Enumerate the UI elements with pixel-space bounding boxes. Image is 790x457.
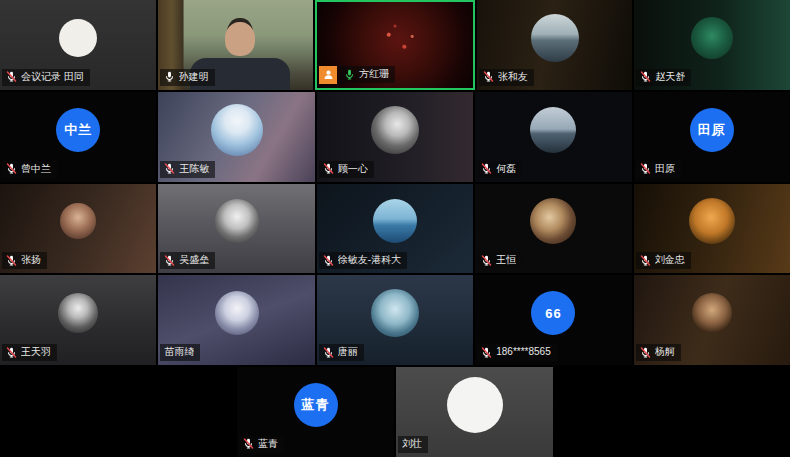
participant-name: 会议记录 田同 — [21, 71, 84, 83]
participant-tile[interactable]: 孙建明 — [158, 0, 314, 90]
name-chip: 刘壮 — [398, 436, 428, 453]
mic-muted-icon — [6, 347, 17, 358]
mic-muted-icon — [640, 255, 651, 266]
participant-name: 孙建明 — [179, 71, 209, 83]
avatar — [59, 19, 97, 57]
mic-muted-icon — [481, 347, 492, 358]
participant-name: 何磊 — [496, 163, 516, 175]
name-chip: 唐丽 — [319, 344, 364, 361]
participant-name: 张扬 — [21, 254, 41, 266]
name-chip: 王陈敏 — [160, 161, 215, 178]
name-bar: 吴盛垒 — [160, 252, 215, 269]
participant-name: 唐丽 — [338, 346, 358, 358]
name-chip: 会议记录 田同 — [2, 69, 90, 86]
name-chip: 王恒 — [477, 252, 522, 269]
participant-tile[interactable]: 徐敏友-港科大 — [317, 184, 473, 274]
avatar — [58, 293, 98, 333]
avatar: 田原 — [690, 108, 734, 152]
name-bar: 顾一心 — [319, 161, 374, 178]
name-chip: 王天羽 — [2, 344, 57, 361]
name-bar: 方红珊 — [319, 66, 395, 84]
participant-tile[interactable]: 赵天舒 — [634, 0, 790, 90]
participant-tile[interactable]: 刘壮 — [396, 367, 553, 457]
avatar — [215, 291, 259, 335]
name-bar: 苗雨绮 — [160, 344, 200, 361]
mic-muted-icon — [164, 163, 175, 174]
avatar — [531, 14, 579, 62]
grid-row: 会议记录 田同 孙建明 — [0, 0, 790, 90]
avatar: 中兰 — [56, 108, 100, 152]
name-bar: 刘壮 — [398, 436, 428, 453]
participant-tile[interactable]: 王天羽 — [0, 275, 156, 365]
name-bar: 王陈敏 — [160, 161, 215, 178]
participant-tile[interactable]: 顾一心 — [317, 92, 473, 182]
participant-name: 徐敏友-港科大 — [338, 254, 401, 266]
mic-muted-icon — [323, 347, 334, 358]
name-bar: 蓝青 — [239, 436, 284, 453]
avatar — [691, 17, 733, 59]
name-bar: 赵天舒 — [636, 69, 691, 86]
participant-tile[interactable]: 杨舸 — [634, 275, 790, 365]
name-bar: 刘金忠 — [636, 252, 691, 269]
participant-tile[interactable]: 苗雨绮 — [158, 275, 314, 365]
mic-muted-icon — [483, 71, 494, 82]
mic-muted-icon — [481, 255, 492, 266]
mic-muted-icon — [481, 163, 492, 174]
name-bar: 王恒 — [477, 252, 522, 269]
name-chip: 苗雨绮 — [160, 344, 200, 361]
presenter-icon — [319, 66, 337, 84]
participant-tile[interactable]: 蓝青 蓝青 — [237, 367, 394, 457]
participant-name: 刘金忠 — [655, 254, 685, 266]
avatar — [692, 293, 732, 333]
mic-muted-icon — [243, 438, 254, 449]
participant-name: 蓝青 — [258, 438, 278, 450]
participant-tile[interactable]: 会议记录 田同 — [0, 0, 156, 90]
mic-muted-icon — [6, 71, 17, 82]
name-chip: 张扬 — [2, 252, 47, 269]
participant-tile[interactable]: 66 186****8565 — [475, 275, 631, 365]
name-chip: 何磊 — [477, 161, 522, 178]
mic-muted-icon — [6, 163, 17, 174]
participant-grid: 会议记录 田同 孙建明 — [0, 0, 790, 457]
participant-tile[interactable]: 中兰 曾中兰 — [0, 92, 156, 182]
participant-tile[interactable]: 王陈敏 — [158, 92, 314, 182]
name-chip: 方红珊 — [340, 66, 395, 83]
participant-tile[interactable]: 方红珊 — [315, 0, 475, 90]
participant-tile[interactable]: 何磊 — [475, 92, 631, 182]
avatar — [211, 104, 263, 156]
participant-name: 田原 — [655, 163, 675, 175]
participant-tile[interactable]: 唐丽 — [317, 275, 473, 365]
grid-row: 王天羽 苗雨绮 唐丽 — [0, 275, 790, 365]
participant-tile[interactable]: 张扬 — [0, 184, 156, 274]
name-bar: 曾中兰 — [2, 161, 57, 178]
mic-muted-icon — [323, 255, 334, 266]
participant-tile[interactable]: 刘金忠 — [634, 184, 790, 274]
avatar — [60, 203, 96, 239]
name-chip: 徐敏友-港科大 — [319, 252, 407, 269]
mic-muted-icon — [164, 255, 175, 266]
name-chip: 刘金忠 — [636, 252, 691, 269]
participant-name: 王天羽 — [21, 346, 51, 358]
name-bar: 何磊 — [477, 161, 522, 178]
participant-name: 王陈敏 — [179, 163, 209, 175]
name-bar: 张和友 — [479, 69, 534, 86]
avatar — [371, 289, 419, 337]
participant-tile[interactable]: 吴盛垒 — [158, 184, 314, 274]
participant-name: 方红珊 — [359, 68, 389, 80]
grid-row: 中兰 曾中兰 — [0, 92, 790, 182]
participant-tile[interactable]: 王恒 — [475, 184, 631, 274]
name-chip: 186****8565 — [477, 344, 557, 361]
mic-muted-icon — [323, 163, 334, 174]
name-chip: 田原 — [636, 161, 681, 178]
name-chip: 杨舸 — [636, 344, 681, 361]
participant-tile[interactable]: 张和友 — [477, 0, 633, 90]
avatar — [530, 107, 576, 153]
avatar — [530, 198, 576, 244]
participant-tile[interactable]: 田原 田原 — [634, 92, 790, 182]
avatar: 蓝青 — [294, 383, 338, 427]
name-bar: 杨舸 — [636, 344, 681, 361]
name-bar: 张扬 — [2, 252, 47, 269]
mic-icon — [344, 69, 355, 80]
name-bar: 会议记录 田同 — [2, 69, 90, 86]
participant-name: 186****8565 — [496, 346, 551, 358]
